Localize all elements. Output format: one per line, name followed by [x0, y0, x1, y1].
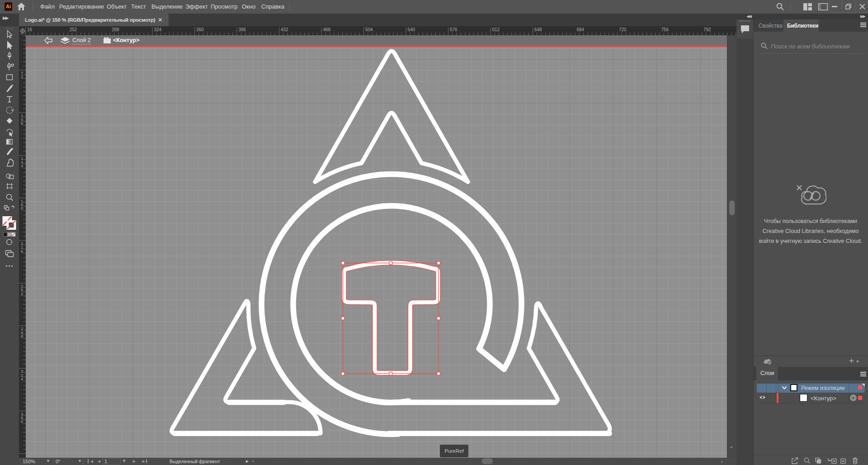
svg-text:756: 756 [661, 27, 669, 32]
svg-text:4: 4 [21, 377, 23, 381]
svg-text:684: 684 [577, 27, 585, 32]
svg-text:576: 576 [450, 27, 458, 32]
svg-text:6: 6 [21, 249, 23, 254]
svg-text:612: 612 [492, 27, 500, 32]
svg-text:0: 0 [21, 206, 23, 211]
svg-text:468: 468 [323, 27, 331, 32]
svg-text:792: 792 [703, 27, 711, 32]
svg-text:8: 8 [21, 121, 23, 126]
svg-text:504: 504 [365, 27, 373, 32]
svg-text:2: 2 [21, 292, 23, 296]
svg-text:396: 396 [239, 27, 246, 32]
svg-text:252: 252 [70, 27, 77, 32]
svg-text:2: 2 [21, 75, 23, 79]
svg-text:432: 432 [281, 27, 288, 32]
svg-text:324: 324 [154, 27, 162, 32]
svg-text:648: 648 [534, 27, 542, 32]
svg-text:288: 288 [112, 27, 119, 32]
svg-text:16: 16 [27, 27, 33, 32]
svg-text:720: 720 [619, 27, 627, 32]
svg-text:0: 0 [21, 419, 23, 424]
svg-text:360: 360 [196, 27, 204, 32]
svg-text:8: 8 [21, 334, 23, 339]
svg-text:4: 4 [21, 164, 23, 168]
svg-text:540: 540 [408, 27, 415, 32]
